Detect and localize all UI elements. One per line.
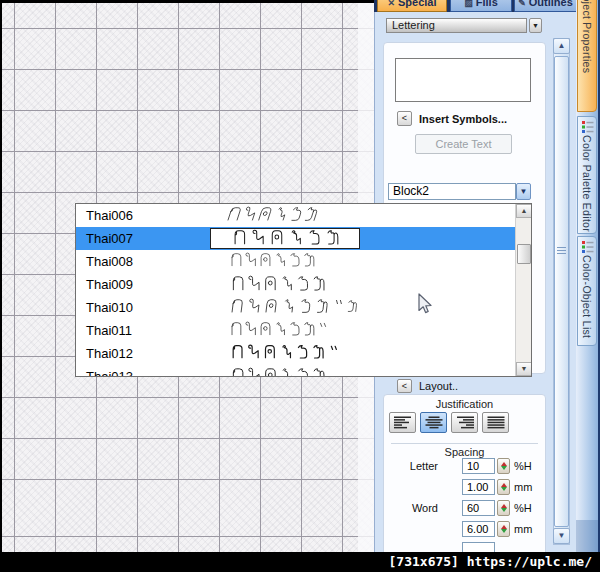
side-tab-object-properties[interactable]: Object Properties — [577, 0, 597, 112]
font-dropdown-rows: Thai006Thai007Thai008Thai009Thai010Thai0… — [76, 204, 516, 376]
side-tab-label: Color Palette Editor — [581, 135, 593, 232]
spin-field[interactable]: 6.00 — [462, 521, 495, 537]
spin-down-icon[interactable] — [501, 529, 507, 533]
font-preview-glyphs — [213, 274, 363, 295]
font-preview-glyphs — [213, 320, 351, 341]
tab-label: Fills — [476, 0, 498, 8]
font-preview-glyphs — [213, 343, 363, 364]
font-preview-glyphs — [213, 297, 369, 318]
spin-buttons[interactable] — [497, 479, 510, 495]
tab-label: Special — [398, 0, 437, 8]
spacing-title: Spacing — [383, 446, 546, 458]
insert-symbols-arrow-button[interactable]: < — [397, 111, 412, 126]
font-list-scrollbar[interactable]: ▲ ▼ — [515, 204, 531, 376]
font-name: Thai011 — [86, 319, 132, 342]
justify-full-button[interactable] — [482, 412, 509, 433]
font-selector-dropdown[interactable]: Block2 — [388, 183, 516, 200]
fills-icon: ▨ — [464, 0, 473, 8]
watermark-bar: [731x675] https://uplc.me/ — [0, 552, 600, 572]
panel-scroll-thumb[interactable] — [554, 56, 569, 527]
spacing-unit: mm — [514, 521, 532, 537]
font-name: Thai008 — [86, 250, 133, 273]
justify-right-icon — [456, 416, 474, 429]
font-name: Thai009 — [86, 273, 133, 296]
justify-center-button[interactable] — [420, 412, 447, 433]
font-list-item[interactable]: Thai007 — [76, 227, 516, 250]
side-tab-color-object-list[interactable]: Color-Object List — [577, 236, 597, 346]
font-dropdown-list: Thai006Thai007Thai008Thai009Thai010Thai0… — [75, 203, 532, 377]
spacing-unit: mm — [514, 479, 532, 495]
font-list-item[interactable]: Thai011 — [76, 319, 516, 342]
justify-left-button[interactable] — [389, 412, 416, 433]
font-list-item[interactable]: Thai009 — [76, 273, 516, 296]
spin-down-icon[interactable] — [501, 508, 507, 512]
layout-label[interactable]: Layout.. — [419, 380, 458, 392]
outlines-icon: ✎ — [518, 0, 526, 8]
tab-outlines[interactable]: ✎Outlines — [514, 0, 576, 12]
side-strip-shade — [576, 520, 598, 552]
spin-down-icon[interactable] — [501, 466, 507, 470]
color-grid-icon — [582, 121, 594, 133]
font-preview-glyphs — [213, 228, 381, 249]
panel-scroll-up-icon[interactable]: ▲ — [553, 38, 570, 54]
scroll-thumb-grip-icon — [557, 247, 566, 256]
spacing-label: Letter — [390, 458, 438, 474]
justify-left-icon — [394, 416, 412, 429]
tab-special[interactable]: ✕Special — [377, 0, 447, 12]
app-window: ✕Special▨Fills✎Outlines Lettering ▼ < In… — [0, 0, 600, 572]
font-list-item[interactable]: Thai013 — [76, 365, 516, 376]
panel-tab-bar: ✕Special▨Fills✎Outlines — [374, 0, 576, 12]
lettering-text-input[interactable] — [395, 58, 531, 102]
panel-scroll-down-icon[interactable]: ▼ — [553, 528, 570, 544]
spin-buttons[interactable] — [497, 458, 510, 474]
font-name: Thai007 — [86, 227, 133, 250]
font-list-item[interactable]: Thai008 — [76, 250, 516, 273]
spacing-unit: %H — [514, 500, 532, 516]
spin-buttons[interactable] — [497, 500, 510, 516]
justify-center-icon — [425, 416, 443, 429]
color-grid-icon — [582, 241, 594, 253]
side-tab-color-palette-editor[interactable]: Color Palette Editor — [577, 116, 597, 234]
spacing-separator — [391, 443, 538, 444]
tab-label: Outlines — [529, 0, 573, 8]
font-selector-arrow-icon[interactable]: ▼ — [516, 183, 531, 200]
font-list-item[interactable]: Thai006 — [76, 204, 516, 227]
font-preview-glyphs — [213, 366, 363, 376]
font-list-item[interactable]: Thai012 — [76, 342, 516, 365]
justification-title: Justification — [383, 398, 546, 410]
spacing-unit: %H — [514, 458, 532, 474]
justify-full-icon — [487, 416, 505, 429]
insert-symbols-label[interactable]: Insert Symbols... — [419, 113, 507, 125]
font-list-item[interactable]: Thai010 — [76, 296, 516, 319]
x-icon: ✕ — [387, 0, 395, 8]
font-name: Thai006 — [86, 204, 133, 227]
spin-field[interactable]: 60 — [462, 500, 495, 516]
side-tab-label: Object Properties — [581, 0, 593, 73]
spin-buttons[interactable] — [497, 521, 510, 537]
font-name: Thai010 — [86, 296, 133, 319]
layout-arrow-button[interactable]: < — [397, 379, 412, 393]
create-text-button[interactable]: Create Text — [415, 134, 512, 154]
side-tab-strip: Object PropertiesColor Palette EditorCol… — [576, 0, 600, 572]
spacing-label: Word — [390, 500, 438, 516]
tool-selector-arrow-icon[interactable]: ▼ — [529, 18, 542, 33]
justify-right-button[interactable] — [451, 412, 478, 433]
font-name: Thai013 — [86, 365, 133, 376]
tool-selector-dropdown[interactable]: Lettering — [386, 18, 527, 33]
scroll-down-icon[interactable]: ▼ — [516, 362, 532, 376]
tab-fills[interactable]: ▨Fills — [450, 0, 512, 12]
scroll-up-icon[interactable]: ▲ — [516, 204, 532, 218]
font-list-scroll-thumb[interactable] — [517, 244, 531, 264]
font-preview-glyphs — [213, 251, 351, 272]
font-name: Thai012 — [86, 342, 133, 365]
side-tab-label: Color-Object List — [581, 255, 593, 338]
spin-down-icon[interactable] — [501, 487, 507, 491]
font-preview-glyphs — [213, 205, 357, 226]
spin-field[interactable]: 10 — [462, 458, 495, 474]
mouse-cursor-icon — [417, 293, 433, 317]
spin-field[interactable]: 1.00 — [462, 479, 495, 495]
